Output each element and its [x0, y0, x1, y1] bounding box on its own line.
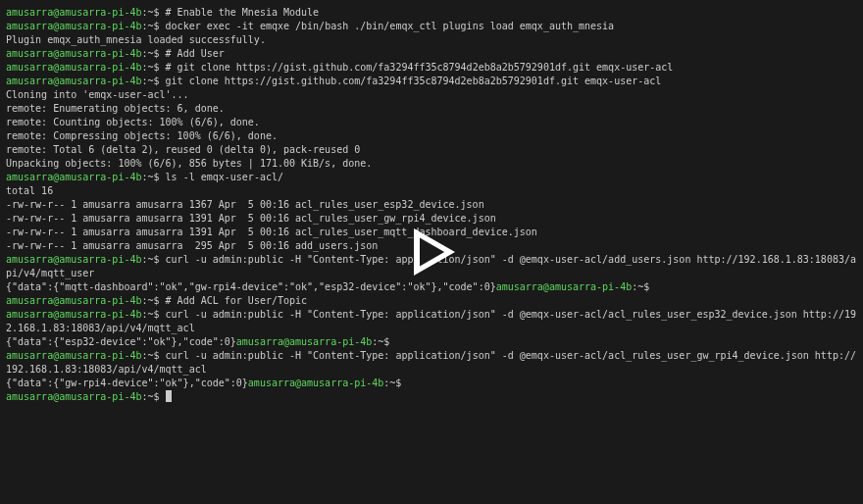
- prompt-userhost: amusarra@amusarra-pi-4b: [248, 378, 383, 388]
- prompt-userhost: amusarra@amusarra-pi-4b: [496, 281, 632, 292]
- prompt-separator: :~$: [632, 281, 655, 292]
- command-text: ls -l emqx-user-acl/: [166, 172, 283, 182]
- prompt-separator: :~$: [141, 254, 165, 265]
- output-text: {"data":{"esp32-device":"ok"},"code":0}: [6, 336, 236, 347]
- output-text: remote: Compressing objects: 100% (6/6),…: [6, 130, 278, 141]
- command-text: # git clone https://gist.github.com/fa32…: [166, 62, 674, 73]
- terminal-line: Cloning into 'emqx-user-acl'...: [6, 88, 857, 102]
- prompt-userhost: amusarra@amusarra-pi-4b: [6, 76, 141, 86]
- command-text: # Add ACL for User/Topic: [166, 295, 308, 306]
- command-text: git clone https://gist.github.com/fa3294…: [166, 76, 662, 86]
- prompt-userhost: amusarra@amusarra-pi-4b: [6, 254, 141, 265]
- terminal-line: -rw-rw-r-- 1 amusarra amusarra 1367 Apr …: [6, 198, 857, 212]
- prompt-separator: :~$: [141, 172, 165, 182]
- terminal-line: Plugin emqx_auth_mnesia loaded successfu…: [6, 33, 857, 47]
- terminal-line: amusarra@amusarra-pi-4b:~$ # Add User: [6, 47, 857, 61]
- prompt-separator: :~$: [141, 295, 165, 306]
- output-text: Plugin emqx_auth_mnesia loaded successfu…: [6, 34, 266, 45]
- command-text: docker exec -it emqxe /bin/bash ./bin/em…: [166, 21, 615, 31]
- terminal-line: amusarra@amusarra-pi-4b:~$ git clone htt…: [6, 75, 857, 88]
- output-text: total 16: [6, 185, 53, 196]
- prompt-userhost: amusarra@amusarra-pi-4b: [6, 21, 141, 31]
- play-icon: [402, 223, 461, 281]
- prompt-separator: :~$: [141, 76, 165, 86]
- prompt-userhost: amusarra@amusarra-pi-4b: [6, 295, 141, 306]
- terminal-line: amusarra@amusarra-pi-4b:~$: [6, 390, 857, 404]
- prompt-userhost: amusarra@amusarra-pi-4b: [6, 350, 141, 361]
- terminal-line: remote: Enumerating objects: 6, done.: [6, 102, 857, 116]
- output-text: -rw-rw-r-- 1 amusarra amusarra 1367 Apr …: [6, 199, 484, 210]
- terminal-line: amusarra@amusarra-pi-4b:~$ # Enable the …: [6, 6, 857, 20]
- terminal-line: amusarra@amusarra-pi-4b:~$ # Add ACL for…: [6, 294, 857, 308]
- output-text: Unpacking objects: 100% (6/6), 856 bytes…: [6, 158, 372, 169]
- terminal-output: amusarra@amusarra-pi-4b:~$ # Enable the …: [6, 6, 857, 404]
- command-text: # Enable the Mnesia Module: [166, 7, 320, 18]
- output-text: remote: Total 6 (delta 2), reused 0 (del…: [6, 144, 360, 155]
- prompt-separator: :~$: [141, 21, 165, 31]
- terminal-line: remote: Compressing objects: 100% (6/6),…: [6, 129, 857, 143]
- terminal-line: amusarra@amusarra-pi-4b:~$ curl -u admin…: [6, 349, 857, 377]
- output-text: -rw-rw-r-- 1 amusarra amusarra 295 Apr 5…: [6, 240, 378, 251]
- cursor: [166, 390, 172, 402]
- output-text: remote: Counting objects: 100% (6/6), do…: [6, 117, 260, 127]
- terminal-line: remote: Total 6 (delta 2), reused 0 (del…: [6, 143, 857, 157]
- output-text: {"data":{"mqtt-dashboard":"ok","gw-rpi4-…: [6, 281, 496, 292]
- output-text: {"data":{"gw-rpi4-device":"ok"},"code":0…: [6, 378, 248, 388]
- command-text: # Add User: [166, 48, 225, 59]
- prompt-userhost: amusarra@amusarra-pi-4b: [6, 391, 141, 402]
- terminal-line: total 16: [6, 184, 857, 198]
- prompt-userhost: amusarra@amusarra-pi-4b: [6, 48, 141, 59]
- terminal-line: amusarra@amusarra-pi-4b:~$ ls -l emqx-us…: [6, 171, 857, 184]
- terminal-line: {"data":{"esp32-device":"ok"},"code":0}a…: [6, 335, 857, 349]
- terminal-line: amusarra@amusarra-pi-4b:~$ docker exec -…: [6, 20, 857, 33]
- output-text: remote: Enumerating objects: 6, done.: [6, 103, 225, 114]
- prompt-userhost: amusarra@amusarra-pi-4b: [6, 62, 141, 73]
- prompt-separator: :~$: [141, 7, 165, 18]
- output-text: Cloning into 'emqx-user-acl'...: [6, 89, 189, 100]
- terminal-line: amusarra@amusarra-pi-4b:~$ curl -u admin…: [6, 308, 857, 335]
- prompt-separator: :~$: [141, 350, 165, 361]
- prompt-separator: :~$: [383, 378, 407, 388]
- prompt-separator: :~$: [141, 48, 165, 59]
- terminal-line: {"data":{"mqtt-dashboard":"ok","gw-rpi4-…: [6, 280, 857, 294]
- terminal-line: {"data":{"gw-rpi4-device":"ok"},"code":0…: [6, 377, 857, 390]
- prompt-userhost: amusarra@amusarra-pi-4b: [6, 309, 141, 320]
- prompt-userhost: amusarra@amusarra-pi-4b: [236, 336, 372, 347]
- prompt-userhost: amusarra@amusarra-pi-4b: [6, 7, 141, 18]
- play-button[interactable]: [402, 223, 461, 281]
- prompt-separator: :~$: [141, 62, 165, 73]
- terminal-line: amusarra@amusarra-pi-4b:~$ # git clone h…: [6, 61, 857, 75]
- terminal-line: remote: Counting objects: 100% (6/6), do…: [6, 116, 857, 129]
- terminal-line: Unpacking objects: 100% (6/6), 856 bytes…: [6, 157, 857, 171]
- prompt-separator: :~$: [141, 309, 165, 320]
- prompt-separator: :~$: [372, 336, 395, 347]
- prompt-userhost: amusarra@amusarra-pi-4b: [6, 172, 141, 182]
- prompt-separator: :~$: [141, 391, 165, 402]
